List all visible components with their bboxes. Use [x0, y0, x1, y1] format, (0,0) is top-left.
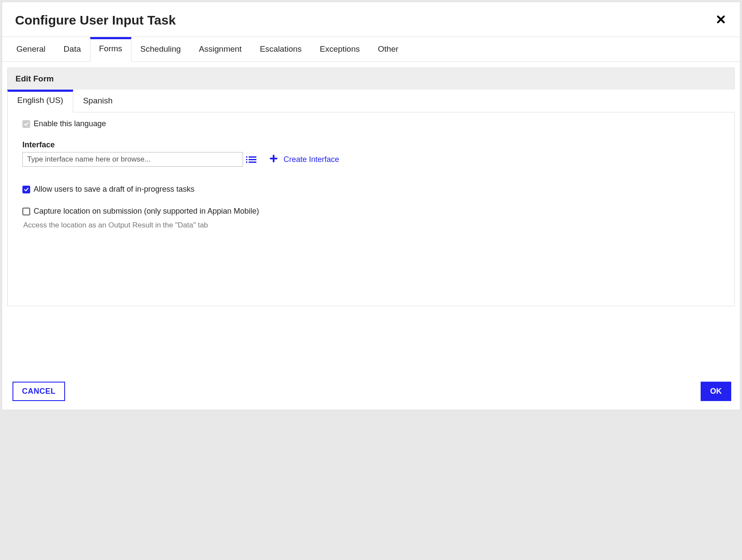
lang-tab-english[interactable]: English (US) [7, 90, 73, 112]
language-tabs: English (US) Spanish [7, 90, 735, 112]
tab-scheduling[interactable]: Scheduling [131, 37, 190, 61]
capture-location-checkbox[interactable] [22, 208, 30, 215]
enable-language-label: Enable this language [34, 119, 106, 128]
dialog-header: Configure User Input Task [2, 2, 740, 37]
allow-draft-row[interactable]: Allow users to save a draft of in-progre… [22, 185, 720, 194]
enable-language-row: Enable this language [22, 119, 720, 128]
dialog-footer: CANCEL OK [2, 374, 740, 410]
tab-data[interactable]: Data [55, 37, 90, 61]
checkmark-icon [24, 187, 29, 192]
interface-field: Interface Create Interface [22, 140, 720, 167]
interface-label: Interface [22, 140, 720, 149]
tab-general[interactable]: General [7, 37, 55, 61]
capture-location-row[interactable]: Capture location on submission (only sup… [22, 207, 720, 216]
lang-tab-spanish[interactable]: Spanish [73, 90, 123, 112]
capture-location-hint: Access the location as an Output Result … [23, 221, 720, 230]
tab-assignment[interactable]: Assignment [190, 37, 251, 61]
ok-button[interactable]: OK [701, 382, 731, 401]
create-interface-link[interactable]: Create Interface [284, 155, 339, 164]
tab-other[interactable]: Other [369, 37, 408, 61]
main-tabs: General Data Forms Scheduling Assignment… [2, 37, 740, 62]
section-title: Edit Form [7, 68, 735, 90]
tab-exceptions[interactable]: Exceptions [311, 37, 369, 61]
content-area: Edit Form English (US) Spanish Enable th… [2, 62, 740, 374]
capture-location-label: Capture location on submission (only sup… [34, 207, 259, 216]
allow-draft-checkbox[interactable] [22, 186, 30, 193]
enable-language-checkbox [22, 120, 30, 128]
interface-input[interactable] [22, 152, 243, 167]
allow-draft-label: Allow users to save a draft of in-progre… [34, 185, 194, 194]
close-icon[interactable] [715, 12, 727, 28]
checkmark-icon [24, 121, 29, 127]
browse-list-icon[interactable] [247, 154, 258, 165]
plus-icon[interactable] [270, 154, 277, 165]
tab-forms[interactable]: Forms [90, 37, 131, 62]
dialog-title: Configure User Input Task [15, 13, 176, 28]
cancel-button[interactable]: CANCEL [12, 382, 65, 401]
dialog: Configure User Input Task General Data F… [2, 2, 740, 410]
tab-escalations[interactable]: Escalations [251, 37, 311, 61]
interface-row: Create Interface [22, 152, 720, 167]
form-body: Enable this language Interface [7, 112, 735, 306]
